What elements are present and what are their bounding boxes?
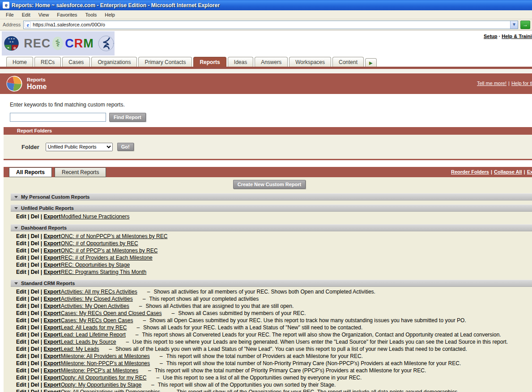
- menu-item-tools[interactable]: Tools: [81, 11, 101, 18]
- edit-link[interactable]: Edit: [16, 389, 26, 392]
- edit-link[interactable]: Edit: [16, 367, 26, 374]
- report-link[interactable]: Oppty: All Opportunities for my REC: [61, 375, 146, 381]
- tab-cases[interactable]: Cases: [62, 57, 90, 67]
- tab-recent-reports[interactable]: Recent Reports: [55, 167, 106, 177]
- export-link[interactable]: Export: [43, 332, 60, 338]
- edit-link[interactable]: Edit: [16, 324, 26, 331]
- export-link[interactable]: Export: [43, 303, 60, 309]
- export-link[interactable]: Export: [43, 353, 60, 359]
- export-link[interactable]: Export: [43, 269, 60, 275]
- chevron-down-icon[interactable]: ▼: [510, 21, 518, 29]
- edit-link[interactable]: Edit: [16, 382, 26, 388]
- section-header-standard-crm-reports[interactable]: Standard CRM Reports: [11, 280, 532, 287]
- del-link[interactable]: Del: [31, 389, 39, 392]
- menu-item-edit[interactable]: Edit: [18, 11, 34, 18]
- export-link[interactable]: Export: [43, 262, 60, 268]
- tab-organizations[interactable]: Organizations: [91, 57, 137, 67]
- export-link[interactable]: Export: [43, 310, 60, 316]
- del-link[interactable]: Del: [31, 339, 39, 345]
- export-link[interactable]: Export: [43, 289, 60, 295]
- collapse-all-link[interactable]: Collapse All: [494, 169, 522, 175]
- search-input[interactable]: [10, 113, 106, 122]
- tab-all-reports[interactable]: All Reports: [9, 167, 52, 177]
- folder-select[interactable]: Unfiled Public Reports: [46, 143, 113, 151]
- export-link[interactable]: Export: [43, 255, 60, 261]
- export-link[interactable]: Export: [43, 382, 60, 388]
- tab-answers[interactable]: Answers: [255, 57, 288, 67]
- report-link[interactable]: Activities: My Open Activities: [61, 303, 129, 309]
- del-link[interactable]: Del: [31, 375, 39, 381]
- menu-item-view[interactable]: View: [34, 11, 53, 18]
- del-link[interactable]: Del: [31, 269, 39, 275]
- del-link[interactable]: Del: [31, 233, 39, 239]
- report-link[interactable]: Lead: All Leads for my REC: [61, 324, 127, 331]
- more-tabs-arrow-icon[interactable]: ▶: [365, 58, 377, 67]
- edit-link[interactable]: Edit: [16, 310, 26, 316]
- tab-ideas[interactable]: Ideas: [228, 57, 253, 67]
- export-link[interactable]: Export: [43, 367, 60, 374]
- report-link[interactable]: Org: All Organizations with Demographics: [61, 389, 160, 392]
- edit-link[interactable]: Edit: [16, 240, 26, 247]
- edit-link[interactable]: Edit: [16, 255, 26, 261]
- report-link[interactable]: Lead: My Leads: [61, 346, 99, 352]
- del-link[interactable]: Del: [31, 324, 39, 331]
- report-link[interactable]: Milestone: All Providers at Milestones: [61, 353, 150, 359]
- section-header-dashboard-reports[interactable]: Dashboard Reports: [11, 224, 532, 231]
- report-link[interactable]: Milestone: Non-PPCP's at Milestones: [61, 360, 150, 366]
- del-link[interactable]: Del: [31, 213, 39, 220]
- del-link[interactable]: Del: [31, 255, 39, 261]
- edit-link[interactable]: Edit: [16, 339, 26, 345]
- tab-recs[interactable]: RECs: [34, 57, 61, 67]
- del-link[interactable]: Del: [31, 367, 39, 374]
- del-link[interactable]: Del: [31, 240, 39, 247]
- report-link[interactable]: REC: Programs Starting This Month: [61, 269, 146, 275]
- reorder-folders-link[interactable]: Reorder Folders: [451, 169, 489, 175]
- del-link[interactable]: Del: [31, 303, 39, 309]
- edit-link[interactable]: Edit: [16, 346, 26, 352]
- edit-link[interactable]: Edit: [16, 353, 26, 359]
- edit-link[interactable]: Edit: [16, 289, 26, 295]
- tab-reports[interactable]: Reports: [193, 57, 226, 67]
- section-header-my-personal-custom-reports[interactable]: My Personal Custom Reports: [11, 193, 532, 200]
- tell-me-more-link[interactable]: Tell me more!: [477, 81, 506, 86]
- expand-all-link[interactable]: Expand All: [527, 169, 532, 175]
- del-link[interactable]: Del: [31, 289, 39, 295]
- report-link[interactable]: Cases: My RECs Open Cases: [61, 317, 133, 324]
- address-input[interactable]: e https://na1.salesforce.com/00O/o ▼: [23, 21, 518, 29]
- tab-primary-contacts[interactable]: Primary Contacts: [138, 57, 192, 67]
- report-link[interactable]: ONC: # of Opportunities by REC: [61, 240, 138, 247]
- setup-link[interactable]: Setup: [484, 34, 498, 39]
- export-link[interactable]: Export: [43, 213, 60, 220]
- del-link[interactable]: Del: [31, 382, 39, 388]
- report-link[interactable]: Milestone: PPCP's at Milestones: [61, 367, 138, 374]
- del-link[interactable]: Del: [31, 247, 39, 254]
- menu-item-help[interactable]: Help: [101, 11, 119, 18]
- del-link[interactable]: Del: [31, 262, 39, 268]
- edit-link[interactable]: Edit: [16, 269, 26, 275]
- menu-item-file[interactable]: File: [2, 11, 18, 18]
- report-link[interactable]: REC: # of Providers at Each Milestone: [61, 255, 153, 261]
- report-link[interactable]: REC: Opportunities by Stage: [61, 262, 130, 268]
- report-link[interactable]: Cases: My RECs Open and Closed Cases: [61, 310, 162, 316]
- go-button[interactable]: Go!: [117, 143, 134, 151]
- del-link[interactable]: Del: [31, 360, 39, 366]
- help-training-link[interactable]: Help & Training: [502, 34, 532, 39]
- edit-link[interactable]: Edit: [16, 296, 26, 302]
- report-link[interactable]: Lead: Lead Lifetime Report: [61, 332, 126, 338]
- edit-link[interactable]: Edit: [16, 233, 26, 239]
- export-link[interactable]: Export: [43, 375, 60, 381]
- del-link[interactable]: Del: [31, 317, 39, 324]
- del-link[interactable]: Del: [31, 296, 39, 302]
- edit-link[interactable]: Edit: [16, 317, 26, 324]
- edit-link[interactable]: Edit: [16, 375, 26, 381]
- export-link[interactable]: Export: [43, 324, 60, 331]
- export-link[interactable]: Export: [43, 360, 60, 366]
- report-link[interactable]: ONC: # of NonPPCP's at Milestones by REC: [61, 233, 167, 239]
- export-link[interactable]: Export: [43, 346, 60, 352]
- export-link[interactable]: Export: [43, 247, 60, 254]
- export-link[interactable]: Export: [43, 317, 60, 324]
- del-link[interactable]: Del: [31, 353, 39, 359]
- del-link[interactable]: Del: [31, 332, 39, 338]
- export-link[interactable]: Export: [43, 233, 60, 239]
- report-link[interactable]: Lead: Leads by Source: [61, 339, 116, 345]
